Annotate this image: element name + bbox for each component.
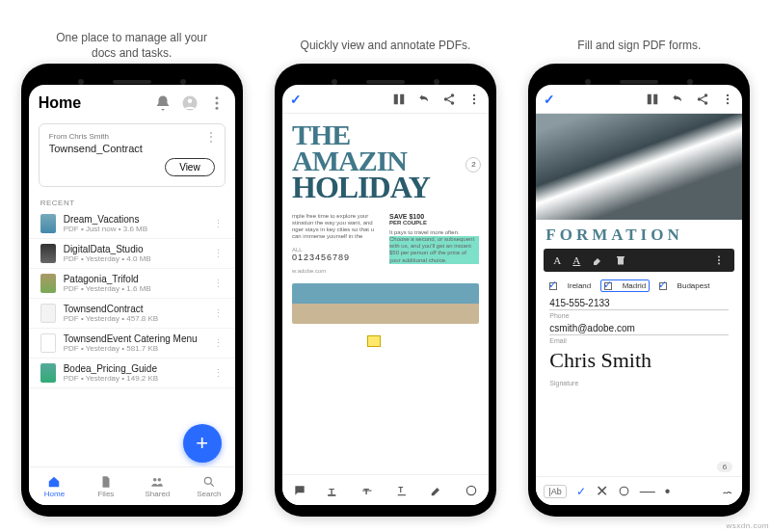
per-couple: PER COUPLE: [389, 220, 479, 226]
avatar-icon[interactable]: [181, 94, 199, 112]
headline-1: THE: [292, 121, 479, 147]
checkmark-tool-icon[interactable]: ✓: [576, 485, 586, 498]
file-meta: PDF • Yesterday • 581.7 KB: [64, 344, 213, 353]
tab-home[interactable]: Home: [29, 467, 81, 505]
svg-point-2: [215, 96, 218, 99]
svg-point-28: [727, 93, 729, 95]
file-meta: PDF • Yesterday • 149.2 KB: [64, 374, 213, 383]
phone-frame-3: ✓ FORMATION A A ✓: [528, 64, 750, 517]
file-row[interactable]: Patagonia_TrifoldPDF • Yesterday • 1.6 M…: [29, 269, 235, 299]
file-row[interactable]: TownsendContractPDF • Yesterday • 457.8 …: [29, 299, 235, 329]
fab-add-button[interactable]: +: [183, 424, 222, 463]
dot-tool-icon[interactable]: •: [665, 483, 671, 500]
save-amount: SAVE $100: [389, 213, 479, 220]
svg-point-22: [466, 486, 475, 494]
layout-icon[interactable]: [646, 93, 659, 106]
tab-files[interactable]: Files: [80, 467, 132, 505]
email-label: Email: [549, 334, 729, 344]
highlighted-text[interactable]: Choose a second, or subsequent with us, …: [389, 236, 479, 264]
tab-search[interactable]: Search: [183, 467, 235, 505]
watermark: wsxdn.com: [726, 521, 769, 530]
file-row[interactable]: Bodea_Pricing_GuidePDF • Yesterday • 149…: [29, 359, 235, 388]
svg-point-14: [473, 97, 475, 99]
undo-icon[interactable]: [417, 93, 431, 106]
svg-rect-8: [394, 93, 398, 104]
font-large-icon[interactable]: A: [572, 254, 580, 266]
more-icon[interactable]: [713, 254, 725, 266]
hero-image: [536, 114, 742, 220]
comment-badge[interactable]: 2: [465, 157, 481, 173]
checkbox-budapest[interactable]: ✓ Budapest: [659, 279, 709, 292]
tab-label: Files: [97, 490, 114, 498]
share-icon[interactable]: [696, 93, 709, 106]
underline-icon[interactable]: T: [396, 484, 410, 497]
done-button[interactable]: ✓: [290, 92, 302, 107]
text-highlight-icon[interactable]: T: [327, 484, 340, 497]
tab-shared[interactable]: Shared: [132, 467, 184, 505]
row-more-icon[interactable]: ⋮: [213, 337, 224, 350]
font-small-icon[interactable]: A: [553, 254, 561, 266]
more-icon[interactable]: [208, 94, 226, 112]
signature-field[interactable]: Chris Smith: [536, 344, 742, 373]
phone-frame-1: Home ⋮ From Chris Smith Townsend_Contrac…: [21, 64, 243, 517]
text-tool-button[interactable]: |Ab: [544, 485, 566, 498]
eraser-icon[interactable]: [592, 254, 603, 266]
file-row[interactable]: DigitalData_StudioPDF • Yesterday • 4.0 …: [29, 239, 235, 269]
row-more-icon[interactable]: ⋮: [213, 218, 224, 230]
file-row[interactable]: TownsendEvent Catering MenuPDF • Yesterd…: [29, 329, 235, 359]
svg-text:T: T: [330, 486, 335, 495]
svg-point-33: [718, 263, 720, 265]
svg-point-30: [727, 101, 729, 103]
headline-3: HOLIDAY: [292, 173, 479, 201]
file-name: TownsendContract: [64, 304, 213, 314]
row-more-icon[interactable]: ⋮: [213, 248, 224, 260]
strikethrough-icon[interactable]: T: [361, 484, 375, 497]
row-more-icon[interactable]: ⋮: [213, 307, 224, 320]
form-heading: FORMATION: [536, 220, 742, 247]
signature-label: Signature: [549, 378, 729, 386]
draw-icon[interactable]: [430, 484, 443, 497]
done-button[interactable]: ✓: [544, 92, 555, 107]
checkbox-label: Madrid: [623, 281, 646, 290]
phone-value[interactable]: 415-555-2133: [549, 298, 729, 308]
svg-point-13: [473, 93, 475, 95]
svg-rect-23: [648, 93, 651, 104]
circle-tool-icon[interactable]: [618, 485, 630, 497]
share-icon[interactable]: [442, 93, 456, 106]
signature-tool-icon[interactable]: [722, 485, 734, 497]
file-row[interactable]: Dream_VacationsPDF • Just now • 3.6 MB⋮: [29, 209, 235, 239]
x-tool-icon[interactable]: ✕: [596, 482, 608, 500]
delete-icon[interactable]: [615, 254, 626, 266]
svg-rect-17: [329, 494, 336, 496]
row-more-icon[interactable]: ⋮: [213, 367, 224, 380]
file-meta: PDF • Yesterday • 1.6 MB: [64, 284, 213, 293]
row-more-icon[interactable]: ⋮: [213, 278, 224, 290]
more-icon[interactable]: [721, 93, 734, 106]
card-more-icon[interactable]: ⋮: [205, 130, 217, 144]
image-placeholder: [292, 283, 479, 324]
comment-icon[interactable]: [293, 484, 306, 497]
undo-icon[interactable]: [671, 93, 684, 106]
layout-icon[interactable]: [392, 93, 406, 106]
line-tool-icon[interactable]: —: [640, 483, 655, 500]
svg-rect-9: [400, 93, 404, 104]
svg-point-32: [718, 259, 720, 261]
svg-point-7: [204, 477, 211, 484]
tel-number: 0123456789: [292, 253, 382, 262]
sticky-note-icon[interactable]: [367, 335, 381, 347]
file-name: Patagonia_Trifold: [64, 274, 213, 284]
notification-card[interactable]: ⋮ From Chris Smith Townsend_Contract Vie…: [39, 123, 226, 187]
email-value[interactable]: csmith@adobe.com: [549, 323, 729, 333]
checkbox-madrid[interactable]: ✓ Madrid: [600, 279, 650, 292]
file-meta: PDF • Just now • 3.6 MB: [64, 225, 213, 233]
format-toolbar[interactable]: A A: [544, 249, 734, 272]
svg-point-31: [718, 256, 720, 258]
color-icon[interactable]: [465, 484, 478, 497]
document-view[interactable]: THE AMAZIN2 HOLIDAY mple free time to ex…: [282, 114, 489, 332]
bell-icon[interactable]: [154, 94, 172, 112]
view-button[interactable]: View: [165, 158, 215, 176]
caption-3: Fill and sign PDF forms.: [577, 29, 701, 64]
checkbox-ireland[interactable]: ✓ Ireland: [549, 279, 591, 292]
more-icon[interactable]: [467, 93, 481, 106]
svg-point-15: [473, 101, 475, 103]
